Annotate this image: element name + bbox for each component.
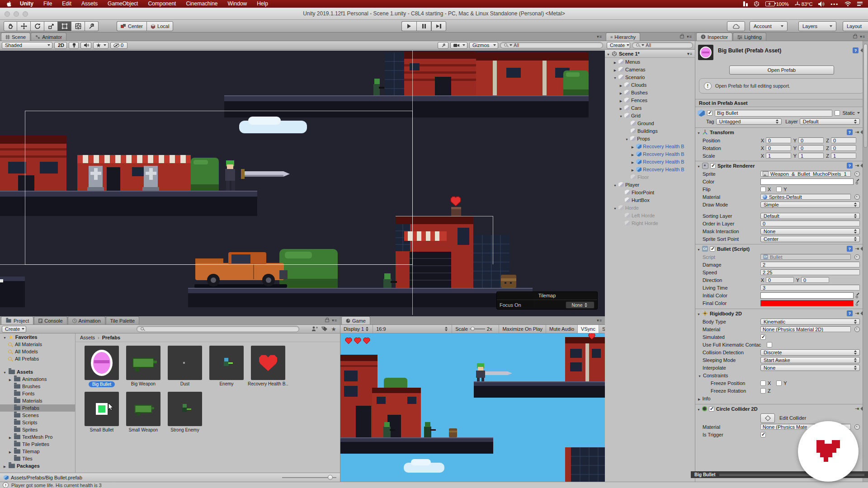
foldout-arrow[interactable] bbox=[631, 144, 635, 149]
hierarchy-item-inactive[interactable]: Right Horde bbox=[605, 219, 695, 227]
constraints-row[interactable]: Constraints bbox=[695, 371, 868, 379]
menu-extra-icon[interactable]: ••• bbox=[830, 1, 839, 7]
foldout-arrow[interactable] bbox=[613, 67, 617, 72]
left-ledge[interactable] bbox=[0, 277, 25, 307]
object-picker-icon[interactable] bbox=[854, 194, 860, 200]
hierarchy-item[interactable]: Cars bbox=[605, 104, 695, 112]
step-button[interactable] bbox=[431, 21, 446, 31]
foldout-arrow[interactable] bbox=[3, 463, 7, 469]
scene-effects-dropdown[interactable] bbox=[93, 42, 108, 49]
object-picker-icon[interactable] bbox=[854, 424, 860, 430]
component-enabled-checkbox[interactable] bbox=[710, 163, 716, 169]
layers-dropdown[interactable]: Layers bbox=[798, 21, 836, 31]
gizmos-dropdown[interactable]: Gizmos bbox=[469, 42, 498, 49]
tab-animation[interactable]: Animation bbox=[68, 316, 105, 324]
foldout-arrow[interactable] bbox=[619, 113, 623, 118]
mask-dropdown[interactable]: None bbox=[760, 228, 860, 235]
color-swatch[interactable] bbox=[760, 178, 854, 185]
hierarchy-item[interactable]: Props bbox=[605, 135, 695, 142]
hierarchy-item-prefab[interactable]: Recovery Health B bbox=[605, 158, 695, 165]
hierarchy-item[interactable]: Menus bbox=[605, 58, 695, 66]
scene-viewport[interactable]: Tilemap Focus On None bbox=[0, 51, 605, 316]
pivot-toggle-button[interactable]: Center bbox=[117, 21, 146, 31]
tab-hierarchy[interactable]: ≡Hierarchy bbox=[606, 33, 640, 41]
flip-y-checkbox[interactable] bbox=[776, 187, 782, 192]
position-z-field[interactable]: 0 bbox=[831, 137, 856, 143]
tilemap-focus-dropdown[interactable]: None bbox=[566, 301, 594, 309]
status-bar[interactable]: ! Player got some life. His current heal… bbox=[0, 482, 868, 488]
tree-packages-root[interactable]: Packages bbox=[0, 462, 75, 469]
transform-header[interactable]: Transform ?⇥ bbox=[695, 127, 868, 136]
object-picker-icon[interactable] bbox=[854, 327, 860, 332]
tab-game[interactable]: Game bbox=[341, 316, 370, 324]
interpolate-dropdown[interactable]: None bbox=[760, 365, 860, 371]
sort-point-dropdown[interactable]: Center bbox=[760, 236, 860, 242]
vsync-toggle[interactable]: VSync bbox=[578, 325, 599, 333]
foldout-arrow[interactable] bbox=[697, 246, 700, 252]
hierarchy-item[interactable]: HurtBox bbox=[605, 196, 695, 204]
foldout-arrow[interactable] bbox=[625, 136, 629, 141]
tree-folder[interactable]: Scripts bbox=[0, 419, 75, 426]
panel-menu-icon[interactable]: ▾≡ bbox=[860, 34, 865, 39]
tree-folder[interactable]: Brushes bbox=[0, 383, 75, 390]
foldout-arrow[interactable] bbox=[631, 167, 635, 172]
layer-dropdown[interactable]: Default bbox=[800, 118, 860, 125]
kinematic-contacts-checkbox[interactable] bbox=[767, 342, 772, 347]
foldout-arrow[interactable] bbox=[8, 376, 12, 382]
pause-button[interactable] bbox=[416, 21, 431, 31]
tree-folder[interactable]: Materials bbox=[0, 397, 75, 404]
rotation-x-field[interactable]: 0 bbox=[766, 145, 791, 151]
foldout-arrow[interactable] bbox=[613, 75, 617, 80]
circle-collider-header[interactable]: Circle Collider 2D ⇥ bbox=[695, 404, 868, 413]
foldout-arrow[interactable] bbox=[613, 182, 617, 188]
move-tool-button[interactable] bbox=[17, 21, 31, 31]
asset-enemy[interactable]: Enemy bbox=[206, 346, 247, 387]
hidden-objects-toggle[interactable]: 0 bbox=[110, 42, 127, 49]
lock-icon[interactable] bbox=[325, 319, 329, 322]
flip-x-checkbox[interactable] bbox=[760, 187, 766, 192]
tab-lighting[interactable]: Lighting bbox=[733, 33, 766, 41]
hierarchy-item-inactive[interactable]: Horde bbox=[605, 204, 695, 211]
tab-project[interactable]: Project bbox=[1, 316, 33, 324]
asset-small-bullet[interactable]: Small Bullet bbox=[81, 392, 123, 432]
scale-slider[interactable] bbox=[470, 328, 485, 329]
freeze-z-checkbox[interactable] bbox=[760, 388, 766, 394]
tree-all-prefabs[interactable]: All Prefabs bbox=[0, 355, 75, 362]
direction-x-field[interactable]: 0 bbox=[766, 277, 794, 283]
maximize-on-play-toggle[interactable]: Maximize On Play bbox=[499, 325, 546, 333]
hierarchy-item[interactable]: Buildings bbox=[605, 127, 695, 135]
draw-mode-dropdown[interactable]: Simple bbox=[760, 202, 860, 208]
menu-edit[interactable]: Edit bbox=[57, 0, 76, 8]
hierarchy-item[interactable]: Fences bbox=[605, 96, 695, 104]
window-tiling-icon[interactable] bbox=[743, 1, 748, 6]
hierarchy-item[interactable]: Bushes bbox=[605, 89, 695, 96]
play-button[interactable] bbox=[401, 21, 416, 31]
account-dropdown[interactable]: Account bbox=[750, 21, 788, 31]
bush-left[interactable] bbox=[191, 158, 219, 191]
aspect-dropdown[interactable]: 16:9 bbox=[373, 325, 452, 333]
window-panel-building[interactable] bbox=[385, 52, 404, 95]
preset-icon[interactable]: ⇥ bbox=[855, 406, 859, 412]
scene-tools-settings-button[interactable] bbox=[438, 42, 448, 49]
apple-logo-icon[interactable] bbox=[6, 1, 12, 7]
order-field[interactable]: 0 bbox=[760, 221, 860, 226]
foldout-arrow[interactable] bbox=[619, 105, 623, 111]
project-search-input[interactable] bbox=[137, 326, 299, 332]
position-y-field[interactable]: 0 bbox=[798, 137, 824, 143]
scene-audio-toggle[interactable] bbox=[80, 42, 91, 49]
battery-indicator[interactable]: 100% bbox=[765, 1, 789, 7]
hand-tool-button[interactable] bbox=[4, 21, 17, 31]
eyedropper-icon[interactable] bbox=[855, 293, 860, 298]
tag-dropdown[interactable]: Untagged bbox=[716, 118, 782, 125]
is-trigger-checkbox[interactable] bbox=[760, 432, 766, 437]
collab-filter-icon[interactable] bbox=[311, 326, 318, 332]
preset-icon[interactable]: ⇥ bbox=[855, 310, 859, 316]
rotation-y-field[interactable]: 0 bbox=[798, 145, 824, 151]
collision-dropdown[interactable]: Discrete bbox=[760, 349, 860, 356]
label-filter-icon[interactable] bbox=[321, 326, 327, 332]
hierarchy-scene-row[interactable]: Scene 1* ▾≡ bbox=[605, 50, 695, 58]
game-viewport[interactable] bbox=[340, 333, 605, 482]
sprite-object-field[interactable]: Weapon_&_Bullet_MuchoPixels_1 bbox=[760, 171, 851, 177]
barrel-enemy[interactable] bbox=[501, 275, 516, 288]
tree-folder[interactable]: Tiles bbox=[0, 455, 75, 462]
